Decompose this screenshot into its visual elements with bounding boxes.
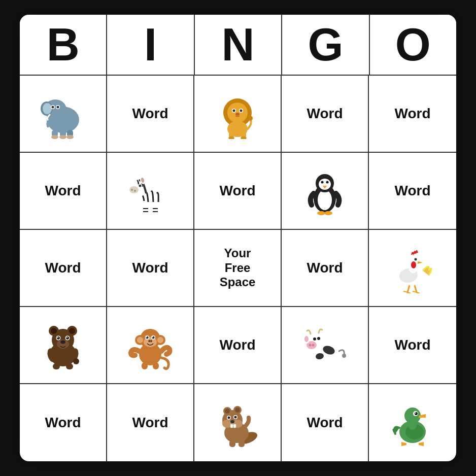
svg-rect-97 <box>153 362 159 369</box>
bingo-cell-1[interactable]: Word <box>107 76 194 153</box>
bingo-cell-10[interactable]: Word <box>20 230 107 307</box>
bingo-cell-22[interactable] <box>194 384 282 461</box>
animal-bear <box>35 317 91 373</box>
word-label-9: Word <box>394 182 430 199</box>
animal-cow <box>297 317 353 373</box>
svg-point-71 <box>57 336 60 339</box>
bingo-cell-2[interactable] <box>194 76 282 153</box>
word-label-23: Word <box>307 414 343 431</box>
bingo-cell-16[interactable] <box>107 307 194 384</box>
bingo-cell-18[interactable] <box>282 307 369 384</box>
svg-rect-37 <box>153 206 158 215</box>
word-label-4: Word <box>394 105 430 122</box>
word-label-11: Word <box>132 259 168 277</box>
bingo-cell-13[interactable]: Word <box>282 230 369 307</box>
bingo-cell-19[interactable]: Word <box>369 307 456 384</box>
svg-point-72 <box>66 336 69 339</box>
svg-point-73 <box>57 337 58 338</box>
svg-point-91 <box>146 336 147 337</box>
bingo-cell-24[interactable] <box>369 384 456 461</box>
svg-line-59 <box>407 285 410 292</box>
svg-point-32 <box>131 189 133 191</box>
word-label-13: Word <box>307 259 343 277</box>
header-g: G <box>282 15 369 75</box>
svg-point-92 <box>152 336 153 337</box>
bingo-cell-3[interactable]: Word <box>282 76 369 153</box>
header-o: O <box>370 15 456 75</box>
svg-rect-131 <box>239 440 245 447</box>
bingo-cell-11[interactable]: Word <box>107 230 194 307</box>
svg-point-108 <box>317 337 320 340</box>
svg-point-3 <box>43 103 52 114</box>
animal-zebra <box>122 163 178 219</box>
animal-rooster <box>385 240 440 296</box>
svg-point-94 <box>149 341 150 342</box>
word-label-21: Word <box>132 414 168 431</box>
svg-point-26 <box>248 116 253 121</box>
word-label-1: Word <box>132 105 168 122</box>
svg-point-31 <box>139 185 142 187</box>
bingo-cell-9[interactable]: Word <box>369 153 456 230</box>
word-label-17: Word <box>219 336 255 354</box>
bingo-cell-12[interactable]: YourFreeSpace <box>194 230 282 307</box>
svg-point-121 <box>225 409 230 414</box>
bingo-grid: Word WordWordWord <box>20 76 456 461</box>
free-space-label: YourFreeSpace <box>220 246 256 290</box>
svg-point-127 <box>230 420 234 423</box>
svg-point-84 <box>137 337 143 343</box>
svg-point-19 <box>240 110 243 112</box>
svg-point-18 <box>233 110 235 112</box>
svg-point-103 <box>309 344 312 347</box>
bingo-cell-15[interactable] <box>20 307 107 384</box>
bingo-card: B I N G O Word <box>20 15 456 461</box>
bingo-cell-8[interactable] <box>282 153 369 230</box>
bingo-cell-4[interactable]: Word <box>369 76 456 153</box>
svg-rect-75 <box>53 363 60 369</box>
animal-beaver <box>210 395 265 451</box>
svg-point-50 <box>317 211 325 215</box>
svg-point-43 <box>318 190 332 210</box>
svg-point-74 <box>66 337 67 338</box>
svg-point-20 <box>235 113 240 116</box>
bingo-header: B I N G O <box>20 15 456 76</box>
svg-point-122 <box>235 407 240 413</box>
word-label-7: Word <box>219 182 255 199</box>
svg-point-33 <box>134 190 136 192</box>
svg-point-126 <box>234 416 237 419</box>
svg-point-110 <box>304 336 309 342</box>
svg-point-12 <box>59 135 66 139</box>
bingo-cell-0[interactable] <box>20 76 107 153</box>
svg-point-137 <box>415 412 418 415</box>
svg-rect-111 <box>317 361 322 369</box>
svg-point-90 <box>152 336 155 339</box>
svg-point-104 <box>312 344 315 347</box>
bingo-cell-17[interactable]: Word <box>194 307 282 384</box>
svg-rect-96 <box>142 362 148 369</box>
animal-elephant <box>35 86 91 142</box>
animal-monkey <box>122 317 178 373</box>
svg-point-13 <box>66 135 74 139</box>
bingo-cell-14[interactable] <box>369 230 456 307</box>
svg-point-48 <box>321 181 324 184</box>
svg-point-125 <box>228 417 230 419</box>
svg-point-65 <box>51 328 57 334</box>
svg-point-138 <box>415 413 416 414</box>
svg-rect-130 <box>229 440 235 447</box>
bingo-cell-21[interactable]: Word <box>107 384 194 461</box>
bingo-cell-20[interactable]: Word <box>20 384 107 461</box>
svg-point-11 <box>51 135 58 139</box>
svg-point-85 <box>157 337 163 343</box>
svg-point-49 <box>326 181 329 184</box>
header-n: N <box>195 15 282 75</box>
bingo-cell-7[interactable]: Word <box>194 153 282 230</box>
bingo-cell-23[interactable]: Word <box>282 384 369 461</box>
bingo-cell-6[interactable] <box>107 153 194 230</box>
svg-point-51 <box>324 211 332 215</box>
word-label-20: Word <box>45 414 81 431</box>
svg-point-95 <box>151 341 152 342</box>
bingo-cell-5[interactable]: Word <box>20 153 107 230</box>
word-label-3: Word <box>307 105 343 122</box>
header-b: B <box>20 15 107 75</box>
svg-point-89 <box>146 336 149 339</box>
animal-penguin <box>297 163 353 219</box>
